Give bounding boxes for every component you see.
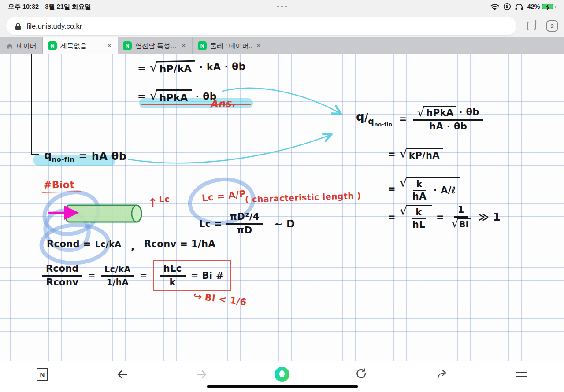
radicand: hP/kA: [159, 63, 192, 74]
naver-logo: N: [40, 371, 45, 378]
eq3-rhs: hA θb: [92, 150, 127, 163]
address-bar-row: file.unistudy.co.kr 3: [0, 13, 564, 37]
naver-icon: N: [198, 41, 207, 50]
tab-label: 제목없음: [60, 42, 87, 50]
equals: =: [137, 91, 146, 102]
radicand: hPkA: [159, 92, 188, 103]
equals: =: [78, 150, 88, 163]
ans-label: Ans.: [209, 97, 235, 110]
tab-perimeter-search[interactable]: N 둘레 : 네이버... ×: [193, 37, 267, 54]
home-icon: [6, 43, 13, 49]
blue-circle: [40, 187, 103, 240]
ipad-browser-window: 오후 10:32 3월 21일 화요일: [0, 0, 564, 392]
close-icon[interactable]: ×: [256, 41, 262, 50]
curved-arrow: ↪: [193, 290, 203, 303]
multitasking-dots-icon[interactable]: [0, 6, 564, 8]
new-tab-icon[interactable]: [525, 19, 538, 33]
q-subscript: no-fin: [52, 155, 75, 163]
ratio-eq-line2: = √kP/hA: [388, 148, 443, 161]
no-fin-eq: qno-fin = hA θb: [44, 149, 126, 163]
home-indicator[interactable]: [207, 385, 358, 388]
equals: =: [436, 212, 444, 222]
resistance-defs: Rcond = Lc/kA , Rconv = 1/hA: [47, 236, 215, 252]
equals: =: [88, 270, 96, 281]
close-icon[interactable]: ×: [106, 41, 112, 50]
biot-criterion-note: ↪ Bi < 1/6: [193, 290, 248, 309]
fin-eq-answer: = √hPkA · θb: [137, 89, 217, 103]
ratio-eq-line3: = √ khA · A/ℓ: [388, 177, 460, 201]
q-symbol: q: [44, 149, 52, 162]
biot-number-box: hLck = Bi #: [153, 260, 231, 291]
biot-number-label: = Bi #: [191, 270, 224, 281]
characteristic-length-note: ( characteristic length ): [245, 190, 361, 204]
notebook-canvas[interactable]: = √hP/kA · kA · θb = √hPkA · θb Ans. qno…: [0, 54, 564, 361]
ratio-eq-line1: q / qno-fin = √hPkA · θb hA · θb: [356, 106, 483, 132]
url-text: file.unistudy.co.kr: [26, 22, 82, 30]
tab-untitled-active[interactable]: N 제목없음 ×: [43, 37, 118, 54]
approx-d: ~ D: [274, 218, 295, 229]
equals: =: [388, 149, 396, 159]
equals: =: [388, 184, 396, 194]
biot-ratio-eq: RcondRconv = Lc/kA1/hA = hLck = Bi #: [42, 260, 231, 291]
browser-toolbar: N: [0, 361, 564, 392]
comma: ,: [130, 240, 135, 252]
tab-label: 둘레 : 네이버...: [210, 42, 252, 50]
fin-eq-line1: = √hP/kA · kA · θb: [137, 59, 246, 75]
eq1-rest: · kA · θb: [199, 61, 246, 73]
equals: =: [140, 270, 148, 281]
brace-line: [31, 54, 39, 155]
naver-app-button[interactable]: N: [33, 365, 52, 384]
battery-icon: [542, 4, 553, 10]
naver-icon: N: [48, 41, 57, 50]
address-bar[interactable]: file.unistudy.co.kr: [6, 17, 516, 35]
back-arrow-icon: [115, 368, 129, 381]
share-arrow-icon: [435, 368, 448, 381]
cylinder-drawing: [65, 205, 141, 222]
equals: =: [388, 212, 396, 222]
tab-heat-transfer[interactable]: N 열전달 특성… ×: [118, 37, 193, 54]
close-icon[interactable]: ×: [181, 41, 187, 50]
q-over-qnofin-label: q / qno-fin: [356, 110, 392, 128]
cyan-arrow: [129, 135, 330, 163]
menu-button[interactable]: [512, 365, 531, 384]
biot-title: #Biot: [42, 179, 81, 193]
menu-icon: [516, 372, 527, 377]
ratio-eq-line4: = √ khL = 1√Bi ≫ 1: [388, 205, 501, 229]
status-bar: 오후 10:32 3월 21일 화요일: [0, 0, 564, 13]
tab-naver-home[interactable]: 네이버: [0, 37, 43, 54]
equals: =: [137, 63, 146, 74]
much-greater-than: ≫ 1: [478, 211, 501, 223]
up-arrow: ↑: [148, 196, 158, 209]
tab-count-button[interactable]: 3: [546, 20, 558, 32]
lc-definition: Lc = A/P: [201, 189, 247, 203]
tab-label: 네이버: [17, 42, 37, 50]
lc-cylinder-eq: Lc = πD²/4πD ~ D: [199, 212, 295, 236]
refresh-button[interactable]: [352, 365, 371, 384]
whale-logo-icon: [275, 367, 289, 382]
forward-arrow-icon: [195, 368, 208, 381]
refresh-icon: [355, 368, 368, 381]
forward-button[interactable]: [192, 365, 212, 384]
equals: =: [399, 114, 407, 124]
share-button[interactable]: [432, 365, 451, 384]
tab-count: 3: [550, 23, 553, 30]
whale-home-button[interactable]: [272, 365, 292, 384]
lock-icon: [15, 22, 21, 30]
tab-label: 열전달 특성…: [135, 42, 177, 50]
lc-pointer-label: ↑ Lc: [148, 196, 170, 209]
naver-icon: N: [123, 41, 132, 50]
back-button[interactable]: [112, 365, 132, 384]
tab-bar: 네이버 N 제목없음 × N 열전달 특성… × N 둘레 : 네이버... ×: [0, 37, 564, 54]
charging-bolt-icon: [545, 4, 551, 11]
